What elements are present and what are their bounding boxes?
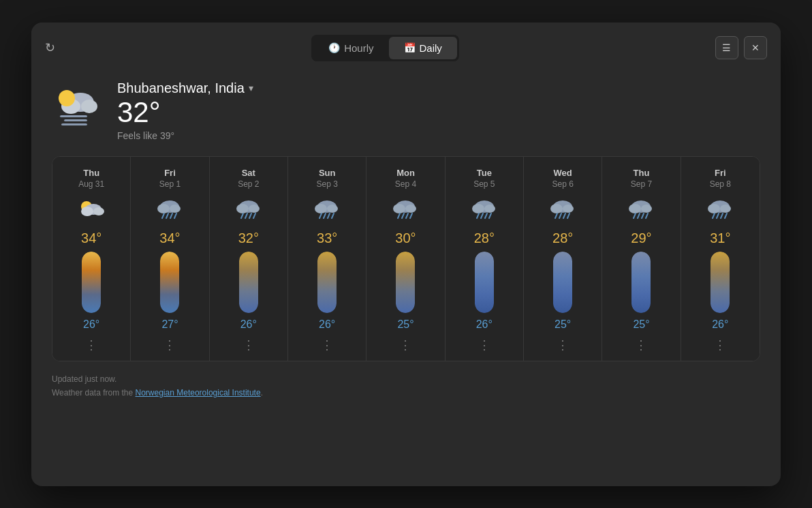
svg-point-13 (170, 205, 181, 213)
day-name-2: Sat (242, 168, 255, 178)
day-date-1: Sep 1 (159, 179, 181, 189)
day-name-0: Thu (83, 168, 99, 178)
refresh-button[interactable]: ↻ (45, 40, 55, 55)
title-bar-right: ☰ ✕ (715, 36, 767, 59)
day-bar-8 (710, 252, 730, 313)
menu-icon: ☰ (722, 42, 731, 53)
days-grid: Thu Aug 31 34° 26° ⋮ Fri Sep 1 34° 27° ⋮… (52, 156, 760, 361)
day-high-1: 34° (159, 230, 180, 246)
svg-line-36 (402, 213, 404, 218)
day-weather-icon-5 (471, 197, 497, 224)
svg-point-47 (550, 204, 563, 213)
day-high-0: 34° (81, 230, 102, 246)
svg-point-26 (315, 204, 327, 213)
svg-line-24 (253, 213, 255, 218)
svg-line-57 (638, 213, 640, 218)
day-low-8: 26° (712, 318, 728, 331)
svg-line-42 (477, 213, 479, 218)
day-low-0: 26° (83, 318, 99, 331)
day-bar-2 (239, 252, 258, 313)
day-more-button-3[interactable]: ⋮ (321, 338, 333, 353)
feels-like: Feels like 39° (117, 130, 253, 141)
day-more-button-0[interactable]: ⋮ (85, 338, 97, 353)
svg-line-45 (489, 213, 491, 218)
day-more-button-6[interactable]: ⋮ (557, 338, 569, 353)
day-high-8: 31° (710, 230, 730, 246)
day-high-3: 33° (317, 230, 337, 246)
svg-point-3 (59, 90, 75, 106)
day-date-5: Sep 5 (473, 179, 495, 189)
close-button[interactable]: ✕ (744, 36, 767, 59)
svg-line-49 (555, 213, 557, 218)
location-dropdown-icon: ▾ (249, 83, 253, 93)
day-date-8: Sep 8 (710, 179, 731, 189)
day-low-6: 25° (555, 318, 571, 331)
svg-line-58 (642, 213, 644, 218)
day-weather-icon-0 (78, 197, 104, 224)
svg-rect-6 (61, 123, 87, 125)
svg-line-63 (713, 213, 715, 218)
svg-line-64 (717, 213, 719, 218)
updated-text: Updated just now. (52, 372, 760, 386)
day-more-button-4[interactable]: ⋮ (399, 338, 411, 353)
main-content: Bhubaneshwar, India ▾ 32° Feels like 39°… (31, 74, 781, 414)
svg-point-20 (249, 205, 260, 213)
day-low-1: 27° (161, 318, 178, 331)
tabs-container: 🕐 Hourly 📅 Daily (311, 35, 459, 61)
current-temperature: 32° (117, 96, 253, 129)
day-name-5: Tue (477, 168, 492, 178)
day-bar-5 (475, 252, 494, 313)
day-date-7: Sep 7 (631, 179, 652, 189)
svg-line-14 (162, 213, 164, 218)
day-date-3: Sep 3 (316, 179, 337, 189)
day-more-button-5[interactable]: ⋮ (478, 338, 490, 353)
svg-line-52 (567, 213, 569, 218)
svg-line-23 (249, 213, 251, 218)
svg-line-43 (481, 213, 483, 218)
svg-point-10 (93, 207, 104, 215)
location-info: Bhubaneshwar, India ▾ 32° Feels like 39° (117, 80, 253, 141)
tab-hourly[interactable]: 🕐 Hourly (313, 37, 388, 59)
svg-point-33 (393, 204, 405, 213)
close-icon: ✕ (751, 42, 760, 53)
svg-line-31 (332, 213, 334, 218)
svg-point-48 (563, 205, 574, 213)
day-name-4: Mon (396, 168, 415, 178)
day-col-8: Fri Sep 8 31° 26° ⋮ (681, 157, 760, 361)
day-weather-icon-7 (628, 197, 654, 224)
svg-point-61 (708, 204, 720, 213)
day-date-0: Aug 31 (78, 179, 104, 189)
day-low-2: 26° (240, 318, 257, 331)
day-date-4: Sep 4 (395, 179, 416, 189)
day-weather-icon-4 (392, 197, 418, 224)
svg-line-15 (166, 213, 168, 218)
svg-line-21 (241, 213, 243, 218)
day-col-0: Thu Aug 31 34° 26° ⋮ (52, 157, 131, 361)
svg-point-12 (157, 204, 170, 213)
day-more-button-8[interactable]: ⋮ (714, 338, 726, 353)
svg-line-30 (328, 213, 330, 218)
svg-rect-5 (64, 119, 87, 121)
day-more-button-1[interactable]: ⋮ (163, 338, 176, 353)
day-more-button-2[interactable]: ⋮ (243, 338, 255, 353)
day-bar-0 (82, 252, 101, 313)
svg-point-40 (472, 204, 484, 213)
title-bar: ↻ 🕐 Hourly 📅 Daily ☰ ✕ (31, 23, 781, 74)
location-name-button[interactable]: Bhubaneshwar, India ▾ (117, 80, 253, 96)
app-window: ↻ 🕐 Hourly 📅 Daily ☰ ✕ (31, 23, 781, 486)
tab-daily[interactable]: 📅 Daily (389, 37, 457, 59)
svg-line-37 (406, 213, 408, 218)
svg-point-34 (405, 205, 416, 213)
svg-line-22 (245, 213, 247, 218)
day-weather-icon-6 (550, 197, 576, 224)
day-bar-4 (396, 252, 415, 313)
day-more-button-7[interactable]: ⋮ (635, 338, 647, 353)
svg-line-50 (559, 213, 561, 218)
svg-line-35 (398, 213, 400, 218)
svg-line-66 (725, 213, 727, 218)
day-high-5: 28° (474, 230, 495, 246)
day-col-7: Thu Sep 7 29° 25° ⋮ (602, 157, 681, 361)
svg-line-29 (324, 213, 326, 218)
menu-button[interactable]: ☰ (715, 36, 738, 59)
data-source-link[interactable]: Norwegian Meteorological Institute (136, 388, 261, 398)
